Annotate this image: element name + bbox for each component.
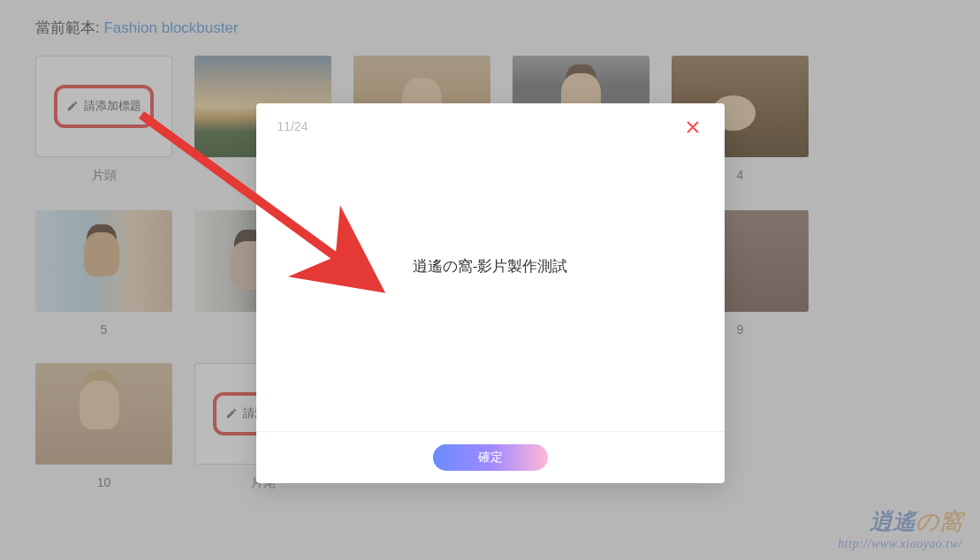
- title-input-text[interactable]: 逍遙の窩-影片製作測試: [413, 256, 568, 276]
- close-icon: [686, 120, 700, 134]
- confirm-label: 確定: [478, 450, 503, 465]
- char-counter: 11/24: [277, 119, 308, 133]
- confirm-button[interactable]: 確定: [433, 444, 548, 471]
- close-button[interactable]: [682, 119, 703, 137]
- title-edit-modal: 11/24 逍遙の窩-影片製作測試 確定: [256, 103, 725, 483]
- modal-overlay: 11/24 逍遙の窩-影片製作測試 確定: [0, 0, 980, 560]
